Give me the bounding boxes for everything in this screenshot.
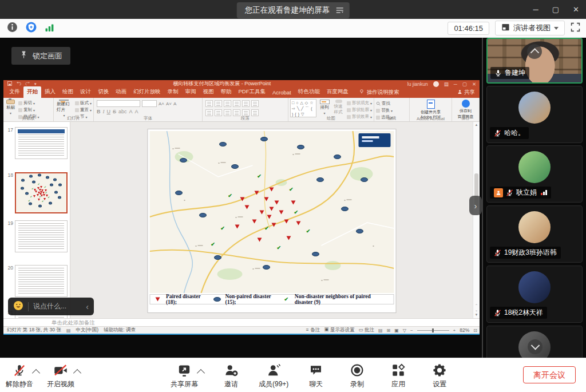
emoji-icon[interactable] [13, 300, 23, 313]
notes-toggle[interactable]: ≡ 备注 [306, 327, 320, 334]
paste-button[interactable]: 粘贴▾ [5, 99, 16, 116]
security-shield-icon[interactable] [26, 22, 37, 35]
members-button[interactable]: 成员(99+) [259, 358, 288, 389]
quick-access-toolbar[interactable]: ▾ [3, 81, 37, 87]
audio-options-chevron[interactable] [32, 369, 40, 377]
font-style-U-button[interactable]: U [107, 109, 111, 114]
redo-icon[interactable] [25, 81, 30, 87]
shapes-gallery[interactable]: □○△◇☆⇨╲╱⌒(){}▽ [290, 99, 316, 117]
slide-thumbnail-20[interactable]: 20 [3, 265, 68, 297]
ppt-tab-特色功能[interactable]: 特色功能 [295, 86, 323, 98]
font-style-A-button[interactable]: A [135, 109, 138, 114]
font-size-box[interactable] [142, 100, 157, 107]
ppt-tab-切换[interactable]: 切换 [94, 86, 112, 98]
scroll-participants-down-button[interactable] [528, 339, 543, 354]
new-slide-button[interactable]: 新建幻灯片▾ [56, 99, 73, 116]
ppt-minimize-button[interactable]: ─ [454, 81, 457, 87]
paragraph-tool[interactable] [215, 100, 222, 107]
chat-placeholder[interactable]: 说点什么... [33, 302, 81, 311]
ribbon-item-重置[interactable]: 重置▾ [75, 107, 92, 113]
ppt-ribbon-options-icon[interactable]: ▤ [444, 81, 449, 87]
ppt-tab-设计[interactable]: 设计 [77, 86, 94, 98]
slideshow-icon[interactable]: ▽ [403, 328, 406, 333]
view-mode-button[interactable]: 演讲者视图 [495, 21, 565, 35]
ppt-tab-审阅[interactable]: 审阅 [182, 86, 200, 98]
paragraph-tool[interactable] [205, 100, 213, 107]
language-status[interactable]: 中文(中国) [76, 327, 99, 334]
ppt-tab-绘图[interactable]: 绘图 [59, 86, 77, 98]
apps-button[interactable]: 应用 [385, 358, 412, 389]
thumbnail-image[interactable] [15, 220, 68, 252]
participant-tile-哈哈。[interactable]: 哈哈。 [486, 86, 583, 143]
font-style-I-button[interactable]: I [103, 109, 105, 114]
quick-styles-button[interactable]: 快速样式 [333, 99, 345, 116]
meeting-info-icon[interactable] [7, 22, 18, 35]
participant-tile-鲁建坤[interactable]: 鲁建坤 [486, 38, 583, 84]
ribbon-item-查找[interactable]: 查找 [376, 101, 407, 106]
comments-toggle[interactable]: ▭ 批注 [359, 327, 374, 334]
fullscreen-button[interactable] [571, 22, 580, 34]
participant-tile-19财政3班孙语韩[interactable]: 19财政3班孙语韩 [486, 205, 583, 263]
chat-quick-input[interactable]: 说点什么... ‹ [8, 298, 94, 315]
ppt-tab-文件[interactable]: 文件 [6, 86, 23, 98]
share-screen-button[interactable]: 共享屏幕 [171, 358, 198, 389]
slide-sorter-icon[interactable]: ⊞ [387, 328, 391, 333]
reading-view-icon[interactable]: ▣ [394, 328, 399, 333]
sidebar-collapse-handle[interactable]: › [469, 196, 482, 215]
ppt-tab-插入[interactable]: 插入 [41, 86, 59, 98]
ppt-tab-录制[interactable]: 录制 [164, 86, 182, 98]
ribbon-item-剪切[interactable]: 剪切▾ [18, 100, 39, 106]
record-button[interactable]: 录制 [343, 358, 371, 389]
font-style-A-button[interactable]: A [129, 109, 133, 114]
watching-banner[interactable]: 您正在观看鲁建坤的屏幕 [237, 2, 350, 18]
banner-menu-icon[interactable] [335, 7, 343, 14]
paragraph-tool[interactable] [251, 100, 259, 107]
ppt-tab-Acrobat[interactable]: Acrobat [269, 88, 295, 98]
maximize-button[interactable]: ▢ [552, 6, 559, 13]
tell-me-search[interactable]: 操作说明搜索 [359, 89, 399, 98]
paragraph-tool[interactable] [224, 100, 231, 107]
ppt-account-avatar[interactable] [433, 81, 439, 87]
ribbon-item-形状填充[interactable]: 形状填充▾ [347, 100, 372, 106]
leave-meeting-button[interactable]: 离开会议 [523, 366, 576, 383]
ribbon-item-替换[interactable]: 替换▾ [376, 108, 407, 113]
zoom-level[interactable]: 82% [460, 327, 469, 333]
collapse-tile-button[interactable] [527, 44, 542, 59]
zoom-out-icon[interactable]: − [410, 328, 413, 333]
close-button[interactable]: ✕ [573, 6, 579, 13]
normal-view-icon[interactable]: ▤ [378, 328, 383, 333]
font-style-abc-button[interactable]: abc [118, 109, 127, 114]
ppt-tab-开始[interactable]: 开始 [23, 86, 41, 98]
slide-thumbnail-18[interactable]: 18✔✔✔✔✔✔✔✔✔ [3, 172, 68, 213]
slide-thumbnail-19[interactable]: 19 [3, 220, 68, 252]
ppt-scrollbar[interactable]: ▲ ⌃⌄▼ [473, 122, 480, 318]
collapse-chat-icon[interactable]: ‹ [86, 302, 89, 311]
ppt-restore-button[interactable]: ▢ [462, 81, 467, 87]
display-settings-button[interactable]: ▣ 显示器设置 [324, 327, 354, 334]
share-options-chevron[interactable] [197, 369, 205, 377]
paragraph-tool[interactable] [242, 100, 250, 107]
thumbnail-image[interactable]: ✔✔✔✔✔✔✔✔✔ [15, 172, 68, 213]
ppt-tab-动画[interactable]: 动画 [112, 86, 130, 98]
network-signal-icon[interactable] [45, 22, 54, 34]
arrange-button[interactable]: 排列▾ [319, 99, 331, 116]
thumbnail-image[interactable] [15, 127, 68, 159]
fit-slide-icon[interactable]: ⊡ [473, 328, 477, 333]
participant-tile-18税2林天祥[interactable]: 18税2林天祥 [486, 266, 583, 323]
zoom-in-icon[interactable]: + [453, 328, 456, 333]
save-icon[interactable] [7, 81, 12, 87]
zoom-slider[interactable] [417, 330, 449, 331]
ribbon-item-形状轮廓[interactable]: 形状轮廓▾ [347, 107, 372, 113]
thumbnail-image[interactable] [15, 265, 68, 297]
ppt-close-button[interactable]: ✕ [472, 81, 476, 87]
paragraph-tool[interactable] [233, 100, 240, 107]
ppt-tab-百度网盘[interactable]: 百度网盘 [323, 86, 352, 98]
font-style-S-button[interactable]: S [113, 109, 116, 114]
slide-thumbnail-17[interactable]: 17 [3, 127, 68, 159]
undo-icon[interactable] [16, 81, 21, 87]
minimize-button[interactable]: ─ [533, 6, 539, 13]
sidebar-splitter[interactable] [482, 38, 483, 358]
ppt-tab-PDF工具集[interactable]: PDF工具集 [235, 86, 270, 98]
invite-button[interactable]: 邀请 [217, 358, 245, 389]
ribbon-item-版式[interactable]: 版式▾ [75, 100, 92, 106]
